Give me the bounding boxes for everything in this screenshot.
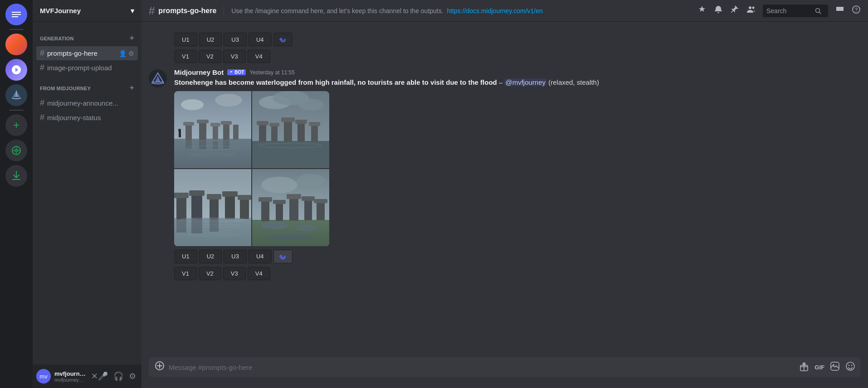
channel-item-announce[interactable]: # midjourney-announce... [36, 96, 138, 110]
category-header-midjourney[interactable]: FROM MIDJOURNEY + [36, 82, 138, 94]
search-input[interactable] [766, 7, 812, 15]
svg-point-83 [268, 234, 313, 240]
pin-icon[interactable] [730, 5, 739, 16]
u1-button[interactable]: U1 [174, 250, 197, 263]
channel-item-image-prompt-upload[interactable]: # image-prompt-upload [36, 61, 138, 75]
u2-button[interactable]: U2 [199, 250, 222, 263]
midjourney-docs-link[interactable]: https://docs.midjourney.com/v1/en [447, 7, 542, 15]
u4-button[interactable]: U4 [249, 250, 272, 263]
image-cell-1[interactable] [174, 91, 251, 168]
message-input-area: GIF [141, 357, 868, 388]
category-from-midjourney: FROM MIDJOURNEY + [33, 75, 141, 96]
prev-u3-button[interactable]: U3 [224, 33, 247, 46]
v3-button[interactable]: V3 [223, 267, 246, 280]
message-bold-text: Stonehenge has become waterlogged from h… [174, 78, 497, 86]
svg-point-69 [261, 177, 297, 193]
deafen-button[interactable]: ✕🎤 [89, 369, 110, 383]
user-settings-button[interactable]: ⚙ [127, 369, 138, 383]
svg-rect-27 [199, 140, 206, 150]
channel-hash-icon-4: # [40, 113, 44, 122]
prev-action-row-1: U1 U2 U3 U4 [174, 33, 861, 46]
channel-item-status[interactable]: # midjourney-status [36, 111, 138, 125]
v4-button[interactable]: V4 [248, 267, 270, 280]
message-author-bot[interactable]: Midjourney Bot [174, 68, 224, 76]
header-divider [224, 5, 224, 16]
server-dropdown-icon: ▾ [131, 7, 134, 15]
attach-file-button[interactable] [154, 360, 165, 374]
stonehenge-image-3 [174, 169, 251, 246]
headset-button[interactable]: 🎧 [112, 369, 125, 383]
channel-hash-icon-3: # [40, 98, 44, 108]
channel-name-upload: image-prompt-upload [47, 64, 112, 72]
prev-u2-button[interactable]: U2 [199, 33, 222, 46]
notifications-icon[interactable] [714, 5, 723, 16]
header-search-bar[interactable] [763, 5, 828, 17]
messages-area[interactable]: U1 U2 U3 U4 V1 V2 V3 V4 [141, 22, 868, 357]
stonehenge-image-2 [252, 91, 329, 168]
username-label: mvfjourney [54, 370, 86, 377]
message-timestamp: Yesterday at 11:55 [249, 69, 295, 76]
message-mention[interactable]: @mvfjourney [504, 78, 546, 86]
message-text-input[interactable] [169, 359, 795, 376]
prev-u4-button[interactable]: U4 [249, 33, 272, 46]
category-add-midjourney-button[interactable]: + [129, 83, 134, 93]
stonehenge-image-grid[interactable] [174, 91, 329, 246]
stonehenge-image-4 [252, 169, 329, 246]
server-icon-purple[interactable] [5, 59, 27, 81]
channel-header-description: Use the /imagine command here, and let's… [231, 7, 694, 15]
u3-button[interactable]: U3 [224, 250, 247, 263]
channel-settings-icon[interactable]: ⚙ [128, 50, 134, 57]
server-icon-boat[interactable] [5, 84, 27, 106]
image-cell-2[interactable] [252, 91, 329, 168]
channel-header-hash-icon: # [149, 5, 155, 17]
user-info: mvfjourney mvfjourney#... [54, 370, 86, 383]
prev-v2-button[interactable]: V2 [199, 50, 221, 63]
svg-rect-80 [314, 199, 327, 203]
help-icon[interactable]: ? [852, 5, 861, 16]
sidebar-divider-2 [9, 110, 24, 111]
add-server-button[interactable]: + [5, 114, 27, 136]
prev-v1-button[interactable]: V1 [174, 50, 197, 63]
v1-button[interactable]: V1 [174, 267, 197, 280]
svg-rect-42 [281, 117, 295, 122]
gift-icon[interactable] [799, 361, 809, 373]
v2-button[interactable]: V2 [199, 267, 221, 280]
svg-rect-23 [233, 125, 239, 140]
category-header-generation[interactable]: GENERATION + [36, 33, 138, 44]
server-icon-mvfjourney[interactable] [5, 34, 27, 55]
channel-header-name: prompts-go-here [158, 7, 216, 15]
prev-u1-button[interactable]: U1 [174, 33, 197, 46]
svg-line-7 [819, 12, 821, 14]
add-member-icon[interactable]: 👤 [119, 50, 127, 57]
svg-rect-20 [210, 123, 220, 126]
prev-v3-button[interactable]: V3 [223, 50, 246, 63]
svg-rect-29 [223, 140, 229, 149]
prev-v4-button[interactable]: V4 [248, 50, 270, 63]
explore-servers-button[interactable] [5, 140, 27, 161]
inbox-icon[interactable] [835, 5, 844, 16]
emoji-button[interactable] [845, 361, 855, 373]
discord-home-button[interactable] [5, 4, 27, 25]
channel-name-status: midjourney-status [47, 114, 101, 121]
image-cell-4[interactable] [252, 169, 329, 246]
channel-item-prompts-go-here[interactable]: # prompts-go-here 👤 ⚙ [36, 46, 138, 60]
svg-rect-71 [261, 199, 269, 221]
download-apps-button[interactable] [5, 165, 27, 187]
server-header[interactable]: MVFJourney ▾ [33, 0, 141, 22]
boost-icon[interactable] [697, 5, 707, 16]
members-icon[interactable] [746, 5, 756, 16]
channel-header: # prompts-go-here Use the /imagine comma… [141, 0, 868, 22]
image-cell-3[interactable] [174, 169, 251, 246]
upload-sticker-icon[interactable] [830, 361, 840, 373]
svg-rect-64 [176, 219, 186, 233]
gif-button[interactable]: GIF [814, 364, 824, 371]
user-controls: ✕🎤 🎧 ⚙ [89, 369, 138, 383]
svg-rect-16 [183, 122, 194, 126]
channel-name-announce: midjourney-announce... [47, 99, 118, 107]
refresh-button[interactable] [273, 250, 293, 263]
svg-point-5 [752, 7, 755, 9]
svg-rect-76 [287, 194, 301, 199]
svg-rect-17 [199, 121, 206, 140]
category-add-button[interactable]: + [129, 34, 134, 43]
prev-refresh-button[interactable] [273, 33, 293, 46]
